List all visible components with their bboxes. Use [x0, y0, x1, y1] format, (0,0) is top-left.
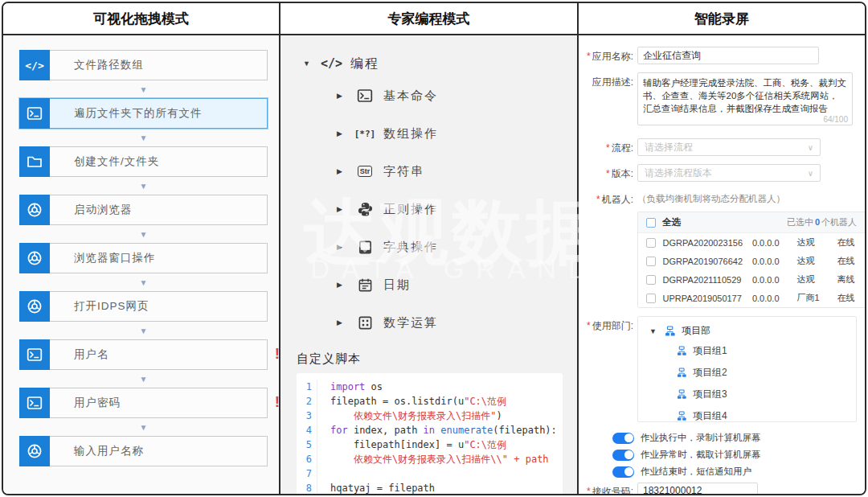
department-items: 项目组1项目组2项目组3项目组4 — [649, 344, 856, 423]
robot-ip: 0.0.0.0 — [752, 257, 797, 266]
caret-right-icon[interactable]: ▶ — [337, 92, 346, 100]
code-line: 1import os — [305, 380, 555, 394]
department-root[interactable]: ▼ 项目部 — [649, 324, 856, 338]
custom-script-title: 自定义脚本 — [297, 351, 577, 367]
record-form-panel: 应用名称: 应用描述: 辅助客户经理完成登录法院、工商、税务、裁判文书、企查查、… — [579, 35, 865, 494]
tree-item[interactable]: ▶[*?]数组操作 — [337, 125, 577, 142]
department-item[interactable]: 项目组2 — [677, 366, 856, 380]
robot-label: 机器人: — [587, 193, 633, 207]
robot-row[interactable]: DGRPA20211105290.0.0.0达观离线 — [638, 270, 865, 289]
caret-right-icon[interactable]: ▶ — [337, 167, 346, 175]
version-row: 版本: 请选择流程版本 ∨ — [587, 164, 857, 182]
tree-item[interactable]: ▶基本命令 — [337, 87, 577, 105]
flow-block[interactable]: 用户密码! — [19, 388, 268, 418]
flow-block[interactable]: 输入用户名称 — [19, 436, 268, 466]
version-select[interactable]: 请选择流程版本 ∨ — [637, 164, 821, 182]
body-row: </>文件路径数组▼遍历文件夹下的所有文件▼创建文件/文件夹▼启动浏览器▼浏览器… — [3, 35, 865, 494]
robot-rows: DGRPA20200231560.0.0.0达观在线DGRPA201907664… — [638, 233, 865, 307]
robot-checkbox[interactable] — [646, 294, 656, 303]
column-title-expert-code: 专家编程模式 — [280, 3, 579, 34]
department-item-label: 项目组3 — [693, 388, 727, 401]
flow-block[interactable]: 启动浏览器 — [19, 195, 268, 225]
robot-row[interactable]: DGRPA20190766420.0.0.0达观在线 — [638, 252, 865, 270]
tree-item-label: 字符串 — [383, 164, 424, 179]
phone-label: 接收号码: — [587, 483, 633, 494]
toggle-rows: 作业执行中，录制计算机屏幕作业异常时，截取计算机屏幕作业结束时，短信通知用户 — [612, 430, 857, 479]
code-editor[interactable]: 1import os2filepath = os.listdir(u"C:\范例… — [297, 373, 563, 494]
toggle-switch[interactable] — [612, 433, 634, 444]
browser-icon — [19, 195, 50, 225]
line-number: 4 — [305, 423, 317, 437]
toggle-label: 作业异常时，截取计算机屏幕 — [641, 449, 761, 461]
flow-connector-arrow-icon: ▼ — [19, 418, 268, 436]
caret-right-icon[interactable]: ▶ — [337, 318, 346, 327]
flow-block[interactable]: 浏览器窗口操作 — [19, 243, 268, 273]
org-icon — [677, 411, 687, 421]
caret-right-icon[interactable]: ▶ — [337, 281, 346, 289]
flow-block-label: 创建文件/文件夹 — [50, 146, 268, 177]
caret-down-icon[interactable]: ▼ — [649, 327, 659, 335]
app-name-input[interactable] — [637, 47, 819, 64]
robot-checkbox[interactable] — [646, 257, 656, 266]
department-root-label: 项目部 — [682, 324, 710, 338]
flow-list: </>文件路径数组▼遍历文件夹下的所有文件▼创建文件/文件夹▼启动浏览器▼浏览器… — [3, 35, 279, 466]
process-row: 流程: 请选择流程 ∨ — [587, 138, 857, 156]
department-item-label: 项目组1 — [693, 344, 727, 358]
flow-block-label: 用户名 — [50, 339, 268, 370]
caret-down-icon[interactable]: ▼ — [303, 60, 313, 68]
flow-block-label: 用户密码 — [50, 388, 268, 418]
robot-row[interactable]: UPRPA20190501770.0.0.0厂商1在线 — [638, 289, 865, 307]
toggle-switch[interactable] — [612, 450, 634, 461]
robot-row[interactable]: DGRPA20200231560.0.0.0达观在线 — [638, 233, 865, 252]
line-number: 8 — [305, 481, 317, 494]
flow-block[interactable]: 打开IDPS网页 — [19, 291, 268, 322]
department-item-label: 项目组2 — [693, 366, 727, 380]
app-desc-textarea[interactable]: 辅助客户经理完成登录法院、工商、税务、裁判文书、企查查、海关等20多个征信相关系… — [637, 72, 853, 125]
flow-block[interactable]: 遍历文件夹下的所有文件 — [19, 98, 268, 129]
process-select[interactable]: 请选择流程 ∨ — [637, 138, 821, 156]
caret-right-icon[interactable]: ▶ — [337, 243, 346, 251]
process-placeholder: 请选择流程 — [645, 141, 693, 154]
chevron-down-icon: ∨ — [808, 143, 813, 152]
robot-name: UPRPA2019050177 — [663, 294, 752, 303]
robot-ip: 0.0.0.0 — [752, 275, 797, 285]
tree-item[interactable]: ▶数学运算 — [337, 314, 577, 331]
department-item[interactable]: 项目组4 — [677, 409, 856, 423]
math-icon — [356, 314, 374, 331]
line-number: 6 — [305, 452, 317, 466]
department-item[interactable]: 项目组3 — [677, 388, 856, 401]
toggle-switch[interactable] — [612, 466, 634, 478]
selected-count: 0 — [815, 217, 820, 227]
version-placeholder: 请选择流程版本 — [645, 166, 712, 180]
caret-right-icon[interactable]: ▶ — [337, 205, 346, 213]
tree-item[interactable]: ▶正则操作 — [337, 200, 577, 218]
robot-name: DGRPA2020023156 — [663, 238, 752, 248]
process-label: 流程: — [587, 138, 633, 156]
tree-item[interactable]: ▶字典操作 — [337, 238, 577, 256]
robot-checkbox[interactable] — [646, 238, 656, 248]
department-item[interactable]: 项目组1 — [677, 344, 856, 358]
caret-right-icon[interactable]: ▶ — [337, 129, 346, 138]
robot-status: 在线 — [837, 236, 865, 249]
code-line: 3 依赖文件\财务报表录入\扫描件") — [305, 409, 555, 423]
robot-vendor: 达观 — [797, 236, 837, 249]
array-icon: [*?] — [356, 125, 374, 142]
tree-root-programming[interactable]: ▼ </> 编程 — [303, 53, 577, 74]
flow-block[interactable]: 创建文件/文件夹 — [19, 146, 268, 177]
select-all-checkbox[interactable] — [646, 218, 656, 228]
command-tree: ▼ </> 编程 ▶基本命令▶[*?]数组操作▶Str字符串▶正则操作▶字典操作… — [280, 35, 577, 331]
line-number: 1 — [305, 380, 317, 394]
browser-icon — [19, 291, 50, 322]
app-name-row: 应用名称: — [587, 47, 857, 64]
string-icon: Str — [356, 162, 374, 180]
column-title-smart-record: 智能录屏 — [579, 3, 865, 34]
robot-checkbox[interactable] — [646, 275, 656, 285]
toggle-row: 作业执行中，录制计算机屏幕 — [612, 430, 857, 446]
phone-row: 接收号码: — [587, 483, 857, 494]
code-line: 5 filepath[index] = u"C:\范例 — [305, 437, 555, 452]
tree-item[interactable]: ▶日期 — [337, 276, 577, 294]
phone-input[interactable] — [637, 483, 758, 494]
flow-block[interactable]: </>文件路径数组 — [19, 50, 268, 80]
tree-item[interactable]: ▶Str字符串 — [337, 162, 577, 180]
flow-block[interactable]: 用户名! — [19, 339, 268, 370]
